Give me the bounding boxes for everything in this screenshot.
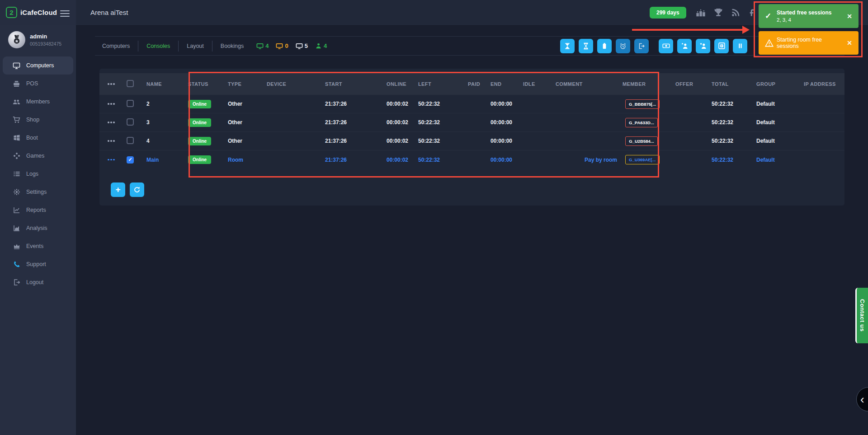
sidebar-item-boot[interactable]: Boot (3, 129, 73, 147)
row-checkbox[interactable] (127, 137, 134, 144)
status-badge: Online (188, 137, 211, 145)
status-badge: Online (188, 100, 211, 108)
select-all-checkbox[interactable] (127, 80, 134, 87)
status-badge: Online (188, 118, 211, 127)
col-type[interactable]: TYPE (228, 81, 267, 87)
user-name: admin (30, 33, 61, 40)
cell-left: 50:22:32 (418, 157, 468, 163)
ranking-icon[interactable] (696, 8, 706, 18)
sidebar-item-games[interactable]: Games (3, 147, 73, 165)
sidebar-item-analysis[interactable]: Analysis (3, 219, 73, 237)
facebook-icon[interactable] (748, 9, 756, 17)
add-time-button[interactable] (579, 39, 593, 53)
pause-button[interactable] (733, 39, 747, 53)
client-screen-button[interactable] (714, 39, 729, 53)
rss-icon[interactable] (731, 8, 740, 17)
pause-icon (737, 42, 744, 49)
sidebar-item-computers[interactable]: Computers (3, 56, 73, 75)
col-member[interactable]: MEMBER (619, 81, 671, 87)
col-comment[interactable]: COMMENT (556, 81, 619, 87)
sidebar-item-events[interactable]: Events (3, 237, 73, 255)
table-row-console-3[interactable]: 3 Online Other 21:37:26 00:00:02 50:22:3… (99, 113, 844, 132)
close-icon[interactable]: ✕ (845, 38, 854, 47)
table-row-console-4[interactable]: 4 Online Other 21:37:26 00:00:02 50:22:3… (99, 132, 844, 150)
license-days-badge[interactable]: 299 days (650, 7, 686, 19)
line-chart-icon (13, 206, 20, 214)
sidebar-item-reports[interactable]: Reports (3, 201, 73, 219)
row-checkbox[interactable] (127, 118, 134, 126)
table-row-main[interactable]: ✓ Main Online Room 21:37:26 00:00:02 50:… (99, 150, 844, 169)
cell-online: 00:00:02 (387, 157, 418, 163)
cell-end: 00:00:00 (491, 138, 523, 144)
row-actions-dots[interactable] (108, 103, 127, 105)
monitor-icon (13, 62, 20, 70)
counter-value: 4 (324, 42, 327, 49)
col-name[interactable]: NAME (146, 81, 188, 87)
tab-computers[interactable]: Computers (100, 43, 132, 49)
col-paid[interactable]: PAID (468, 81, 491, 87)
bulk-actions-dots[interactable] (108, 83, 127, 85)
col-online[interactable]: ONLINE (387, 81, 418, 87)
screen-frame-icon (718, 42, 726, 50)
checkout-button[interactable] (634, 39, 649, 53)
contact-us-tab[interactable]: Contact us (855, 288, 868, 343)
col-idle[interactable]: IDLE (523, 81, 556, 87)
menu-toggle-icon[interactable] (60, 9, 70, 19)
sidebar-item-label: Computers (26, 62, 54, 69)
col-device[interactable]: DEVICE (267, 81, 314, 87)
member-badge[interactable]: G_PA633D... (625, 118, 658, 127)
sidebar-item-members[interactable]: Members (3, 93, 73, 111)
row-checkbox-checked[interactable]: ✓ (127, 156, 134, 164)
col-group[interactable]: GROUP (755, 81, 802, 87)
sidebar-item-shop[interactable]: Shop (3, 111, 73, 129)
tab-bookings[interactable]: Bookings (219, 43, 245, 49)
refresh-button[interactable] (130, 182, 144, 197)
monitor-icon (296, 42, 303, 50)
col-left[interactable]: LEFT (418, 81, 468, 87)
tab-consoles[interactable]: Consoles (145, 43, 172, 49)
col-offer[interactable]: OFFER (671, 81, 712, 87)
add-member-button[interactable] (696, 39, 710, 53)
cell-type: Other (228, 119, 267, 126)
payment-button[interactable] (659, 39, 673, 53)
add-console-button[interactable]: + (111, 182, 125, 197)
monitor-icon (256, 42, 264, 50)
sidebar-item-logout[interactable]: Logout (3, 273, 73, 291)
col-total[interactable]: TOTAL (712, 81, 755, 87)
user-block[interactable]: admin 005193482475 (0, 25, 76, 53)
col-ip[interactable]: IP ADDRESS (802, 81, 844, 87)
toolbar: Computers Consoles Layout Bookings 4 0 5 (95, 36, 844, 56)
row-actions-dots[interactable] (108, 122, 127, 123)
row-checkbox[interactable] (127, 100, 134, 107)
sidebar-item-label: Support (26, 261, 46, 267)
row-actions-dots[interactable] (108, 159, 127, 161)
consoles-table-card: NAME STATUS TYPE DEVICE START ONLINE LEF… (99, 69, 844, 206)
col-status[interactable]: STATUS (188, 81, 228, 87)
cell-end: 00:00:00 (491, 101, 523, 107)
cell-start: 21:37:26 (314, 101, 387, 107)
add-guest-button[interactable] (677, 39, 692, 53)
sidebar-item-pos[interactable]: POS (3, 75, 73, 93)
col-start[interactable]: START (314, 81, 387, 87)
member-badge[interactable]: G_U369AE[... (625, 155, 660, 164)
tab-layout[interactable]: Layout (185, 43, 206, 49)
sidebar-item-logs[interactable]: Logs (3, 165, 73, 183)
cell-name: 2 (146, 101, 188, 107)
sidebar-item-label: Reports (26, 207, 46, 213)
row-actions-dots[interactable] (108, 140, 127, 142)
col-end[interactable]: END (491, 81, 523, 87)
start-timed-session-button[interactable] (560, 39, 575, 53)
sidebar-item-settings[interactable]: Settings (3, 183, 73, 201)
member-badge[interactable]: G_U2B584... (625, 136, 658, 146)
cell-comment: Pay by room (556, 157, 619, 163)
windows-icon (13, 134, 20, 142)
reservation-alarm-button[interactable] (616, 39, 630, 53)
trophy-icon[interactable] (713, 8, 723, 18)
mobile-app-button[interactable] (597, 39, 612, 53)
cell-group: Default (755, 138, 802, 144)
member-badge[interactable]: G_BBB875[... (625, 99, 660, 109)
table-row-console-2[interactable]: 2 Online Other 21:37:26 00:00:02 50:22:3… (99, 95, 844, 113)
sidebar-item-support[interactable]: Support (3, 255, 73, 273)
close-icon[interactable]: ✕ (845, 12, 854, 21)
tab-separator (212, 41, 212, 51)
